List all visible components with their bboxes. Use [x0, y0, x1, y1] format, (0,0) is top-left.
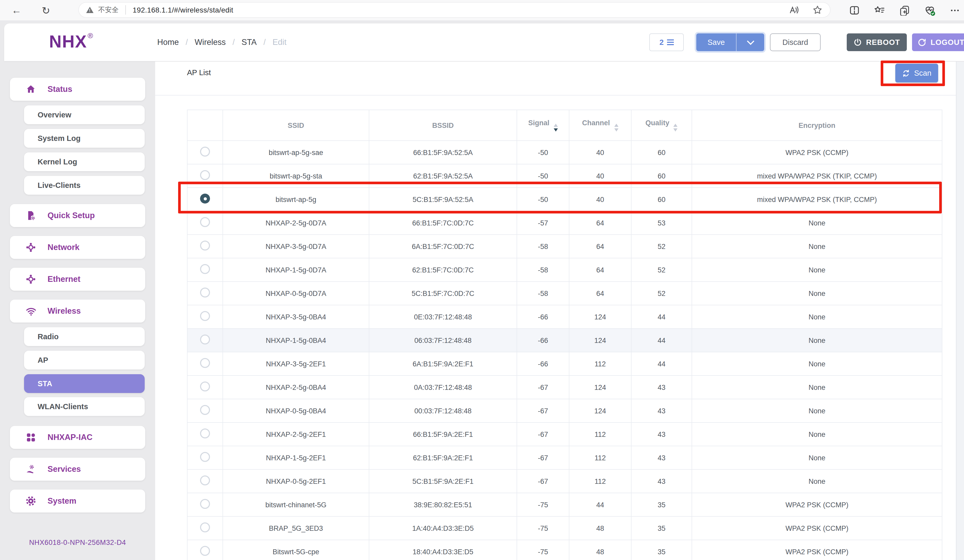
row-radio[interactable]: [200, 405, 210, 415]
row-radio-selected[interactable]: [200, 194, 210, 203]
logout-button[interactable]: LOGOUT: [912, 33, 964, 51]
table-row[interactable]: bitswrt-chinanet-5G38:9E:80:82:E5:51-754…: [187, 493, 942, 516]
table-row[interactable]: NHXAP-1-5g-2EF162:B1:5F:9A:2E:F1-6711243…: [187, 446, 942, 469]
home-icon: [26, 84, 36, 94]
security-label[interactable]: 不安全: [98, 5, 119, 15]
split-screen-icon[interactable]: [848, 5, 860, 16]
row-radio[interactable]: [200, 311, 210, 321]
security-warning-icon[interactable]: [86, 7, 93, 13]
changes-list-icon: [667, 42, 674, 43]
url-text[interactable]: 192.168.1.1/#/wireless/sta/edit: [133, 6, 233, 14]
browser-essentials-icon[interactable]: [924, 5, 935, 16]
table-row[interactable]: NHXAP-3-5g-0D7A6A:B1:5F:7C:0D:7C-586452N…: [187, 235, 942, 258]
row-radio[interactable]: [200, 546, 210, 556]
scrollbar-gutter[interactable]: [956, 62, 964, 560]
row-radio[interactable]: [200, 264, 210, 274]
table-row[interactable]: BRAP_5G_3ED31A:40:A4:D3:3E:D5-754835WPA2…: [187, 516, 942, 540]
row-radio[interactable]: [200, 334, 210, 344]
sidebar-item-radio[interactable]: Radio: [24, 327, 145, 346]
table-row[interactable]: NHXAP-0-5g-0BA400:03:7F:12:48:48-6712443…: [187, 399, 942, 422]
save-button[interactable]: Save: [696, 33, 736, 51]
scan-button[interactable]: Scan: [895, 64, 938, 83]
cell-ssid: NHXAP-0-5g-0BA4: [223, 399, 369, 422]
sort-icons-channel[interactable]: [614, 124, 618, 131]
row-radio[interactable]: [200, 523, 210, 532]
row-radio[interactable]: [200, 381, 210, 391]
cell-signal: -67: [517, 422, 569, 446]
address-bar[interactable]: 不安全 192.168.1.1/#/wireless/sta/edit: [78, 2, 830, 18]
table-row[interactable]: NHXAP-3-5g-0BA40E:03:7F:12:48:48-6612444…: [187, 305, 942, 328]
sidebar-item-system[interactable]: System: [10, 490, 145, 513]
sidebar-item-ethernet[interactable]: Ethernet: [10, 268, 145, 291]
discard-button[interactable]: Discard: [770, 33, 821, 51]
row-radio[interactable]: [200, 499, 210, 509]
sidebar-item-live-clients[interactable]: Live-Clients: [24, 176, 145, 195]
refresh-icon[interactable]: ↻: [42, 0, 50, 20]
table-row[interactable]: NHXAP-2-5g-0D7A66:B1:5F:7C:0D:7C-576453N…: [187, 211, 942, 235]
cell-encryption: None: [692, 446, 942, 469]
col-quality[interactable]: Quality: [631, 110, 692, 141]
read-aloud-icon[interactable]: [788, 5, 799, 15]
cell-signal: -67: [517, 446, 569, 469]
sort-icons-signal[interactable]: [554, 124, 558, 131]
row-radio[interactable]: [200, 147, 210, 157]
row-radio[interactable]: [200, 452, 210, 462]
row-radio[interactable]: [200, 287, 210, 297]
power-icon: [853, 38, 862, 47]
save-dropdown-button[interactable]: [736, 33, 764, 51]
pending-changes-button[interactable]: 2: [649, 33, 684, 51]
sidebar-item-ap[interactable]: AP: [24, 351, 145, 370]
sort-icons-quality[interactable]: [674, 124, 678, 131]
sidebar-item-system-log[interactable]: System Log: [24, 129, 145, 148]
sidebar-item-wlan-clients[interactable]: WLAN-Clients: [24, 397, 145, 416]
row-radio[interactable]: [200, 429, 210, 438]
row-radio[interactable]: [200, 240, 210, 250]
col-signal[interactable]: Signal: [517, 110, 569, 141]
table-row[interactable]: NHXAP-0-5g-0D7A5C:B1:5F:7C:0D:7C-586452N…: [187, 282, 942, 305]
cell-quality: 43: [631, 399, 692, 422]
table-row[interactable]: NHXAP-1-5g-0BA406:03:7F:12:48:48-6612444…: [187, 328, 942, 352]
more-menu-icon[interactable]: [949, 5, 960, 15]
table-row[interactable]: Bitswrt-5G-cpe18:40:A4:D3:3E:D5-754835WP…: [187, 540, 942, 560]
cell-encryption: WPA2 PSK (CCMP): [692, 141, 942, 164]
breadcrumb-sta[interactable]: STA: [242, 37, 257, 47]
sidebar-item-wireless[interactable]: Wireless: [10, 300, 145, 323]
breadcrumb-home[interactable]: Home: [157, 37, 179, 47]
cell-encryption: None: [692, 211, 942, 235]
collections-icon[interactable]: [899, 5, 910, 16]
sidebar-item-overview[interactable]: Overview: [24, 106, 145, 124]
col-channel[interactable]: Channel: [569, 110, 631, 141]
table-row[interactable]: bitswrt-ap-5g-sta62:B1:5F:9A:52:5A-50406…: [187, 164, 942, 188]
breadcrumb-wireless[interactable]: Wireless: [195, 37, 226, 47]
cell-select: [187, 469, 223, 493]
reboot-button[interactable]: REBOOT: [847, 33, 907, 51]
grid-icon: [26, 432, 36, 443]
row-radio[interactable]: [200, 358, 210, 368]
back-icon[interactable]: ←: [11, 0, 21, 20]
cell-select: [187, 375, 223, 399]
table-row[interactable]: NHXAP-0-5g-2EF15C:B1:5F:9A:2E:F1-6711243…: [187, 469, 942, 493]
sidebar-item-status[interactable]: Status: [10, 78, 145, 101]
row-radio[interactable]: [200, 476, 210, 485]
cell-channel: 64: [569, 282, 631, 305]
sidebar-item-network[interactable]: Network: [10, 236, 145, 259]
row-radio[interactable]: [200, 217, 210, 227]
table-row[interactable]: bitswrt-ap-5g-sae66:B1:5F:9A:52:5A-50406…: [187, 141, 942, 164]
favorites-list-icon[interactable]: [874, 5, 884, 16]
favorite-star-icon[interactable]: [812, 5, 823, 15]
sidebar-item-quick-setup[interactable]: Quick Setup: [10, 204, 145, 227]
table-row[interactable]: NHXAP-2-5g-2EF166:B1:5F:9A:2E:F1-6711243…: [187, 422, 942, 446]
cell-select: [187, 164, 223, 188]
sidebar-item-services[interactable]: Services: [10, 458, 145, 480]
cell-channel: 48: [569, 516, 631, 540]
table-row[interactable]: bitswrt-ap-5g5C:B1:5F:9A:52:5A-504060mix…: [187, 188, 942, 211]
table-row[interactable]: NHXAP-2-5g-0BA40A:03:7F:12:48:48-6712443…: [187, 375, 942, 399]
cell-quality: 52: [631, 258, 692, 282]
table-row[interactable]: NHXAP-3-5g-2EF16A:B1:5F:9A:2E:F1-6611244…: [187, 352, 942, 375]
sidebar-item-sta[interactable]: STA: [24, 374, 145, 393]
cell-encryption: None: [692, 328, 942, 352]
row-radio[interactable]: [200, 170, 210, 180]
sidebar-item-kernel-log[interactable]: Kernel Log: [24, 153, 145, 171]
table-row[interactable]: NHXAP-1-5g-0D7A62:B1:5F:7C:0D:7C-586452N…: [187, 258, 942, 282]
sidebar-item-nhxap-iac[interactable]: NHXAP-IAC: [10, 426, 145, 449]
